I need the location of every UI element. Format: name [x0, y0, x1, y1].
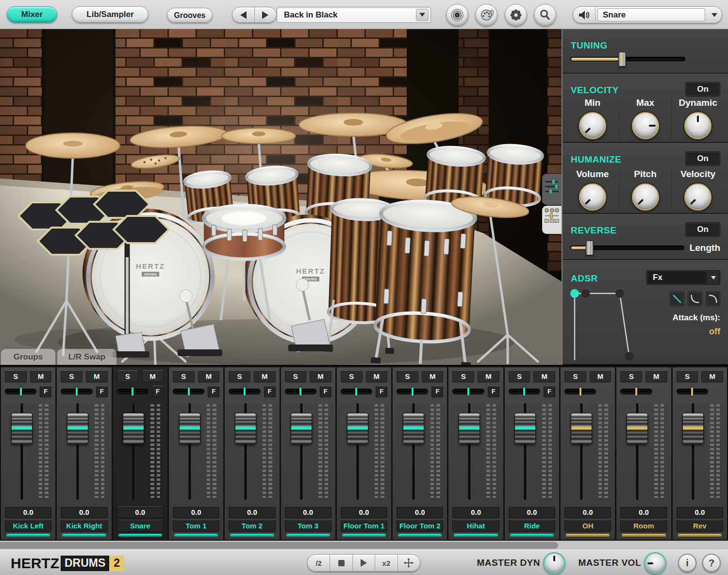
pan-slider[interactable]	[677, 389, 708, 394]
mixer-channel[interactable]: S M F 0.0 Ride	[505, 367, 559, 540]
mute-button[interactable]: M	[533, 370, 555, 382]
master-vol-knob[interactable]	[645, 553, 666, 574]
adsr-dropdown-arrow[interactable]	[707, 270, 720, 285]
reverse-length-slider[interactable]	[570, 246, 684, 250]
pan-slider[interactable]	[397, 389, 428, 394]
curve-linear-button[interactable]	[670, 292, 684, 306]
envelope-point[interactable]	[615, 289, 624, 298]
solo-button[interactable]: S	[341, 370, 363, 382]
pan-slider[interactable]	[61, 389, 92, 394]
preset-dropdown-arrow[interactable]	[416, 9, 429, 21]
envelope-point[interactable]	[581, 289, 590, 298]
pan-slider[interactable]	[452, 389, 484, 394]
solo-button[interactable]: S	[117, 370, 139, 382]
mixer-channel[interactable]: S M F 0.0 Snare	[113, 367, 167, 540]
mute-button[interactable]: M	[701, 370, 723, 382]
pan-slider[interactable]	[285, 389, 316, 394]
fader-handle[interactable]	[347, 413, 368, 444]
fader-handle[interactable]	[571, 413, 592, 444]
mute-button[interactable]: M	[254, 370, 276, 382]
mute-button[interactable]: M	[422, 370, 444, 382]
solo-button[interactable]: S	[452, 370, 474, 382]
solo-button[interactable]: S	[397, 370, 418, 382]
mute-button[interactable]: M	[142, 370, 164, 382]
solo-button[interactable]: S	[5, 370, 27, 382]
reverse-slider-handle[interactable]	[586, 241, 594, 255]
pan-slider[interactable]	[5, 389, 36, 394]
pan-slider[interactable]	[564, 389, 596, 394]
pan-slider[interactable]	[341, 389, 372, 394]
channel-value[interactable]: 0.0	[285, 506, 331, 518]
solo-button[interactable]: S	[620, 370, 642, 382]
fx-button[interactable]: F	[208, 386, 219, 397]
solo-button[interactable]: S	[229, 370, 250, 382]
humanize-on-button[interactable]: On	[685, 151, 720, 166]
velocity-dynamic-knob[interactable]	[684, 112, 711, 139]
channel-value[interactable]: 0.0	[620, 506, 667, 518]
mute-button[interactable]: M	[645, 370, 667, 382]
mute-button[interactable]: M	[198, 370, 220, 382]
transport-move-button[interactable]	[397, 555, 420, 571]
velocity-max-knob[interactable]	[632, 112, 659, 139]
mute-button[interactable]: M	[366, 370, 388, 382]
fx-button[interactable]: F	[96, 386, 108, 397]
channel-name[interactable]: Tom 3	[285, 520, 331, 532]
preset-prev-button[interactable]	[232, 7, 254, 22]
fader-handle[interactable]	[459, 413, 480, 444]
search-button[interactable]	[534, 4, 556, 26]
fx-button[interactable]: F	[431, 386, 443, 397]
fader-handle[interactable]	[235, 413, 256, 444]
fx-button[interactable]: F	[376, 386, 387, 397]
mixer-channel[interactable]: S M F 0.0 Tom 3	[281, 367, 335, 540]
channel-value[interactable]: 0.0	[117, 506, 164, 518]
transport-play-button[interactable]	[352, 555, 375, 571]
drum-kit-scene[interactable]: HERTZ DRUMS HERTZ DRUMS	[0, 29, 562, 365]
reverse-on-button[interactable]: On	[685, 222, 720, 237]
adsr-envelope-editor[interactable]	[567, 286, 640, 362]
mute-button[interactable]: M	[86, 370, 108, 382]
adsr-mode-select[interactable]: Fx	[646, 270, 720, 285]
adsr-attack-value[interactable]: off	[709, 327, 720, 337]
channel-name[interactable]: Ride	[509, 520, 555, 532]
channel-value[interactable]: 0.0	[564, 506, 611, 518]
fx-button[interactable]: F	[544, 386, 555, 397]
fader-handle[interactable]	[67, 413, 88, 444]
tuning-slider[interactable]	[570, 57, 685, 62]
curve-log-button[interactable]	[706, 292, 720, 306]
fx-button[interactable]: F	[320, 386, 331, 397]
channel-value[interactable]: 0.0	[509, 506, 555, 518]
help-button[interactable]: ?	[702, 554, 721, 572]
mute-button[interactable]: M	[478, 370, 499, 382]
mixer-channel[interactable]: S M F 0.0 Rev	[673, 367, 727, 540]
fx-button[interactable]: F	[152, 386, 164, 397]
fx-button[interactable]: F	[40, 386, 51, 397]
channel-name[interactable]: Kick Right	[61, 520, 107, 532]
mini-settings-toggle[interactable]	[542, 206, 562, 234]
channel-name[interactable]: Hihat	[452, 520, 499, 532]
channel-value[interactable]: 0.0	[397, 506, 443, 518]
pan-slider[interactable]	[173, 389, 204, 394]
channel-name[interactable]: Tom 1	[173, 520, 219, 532]
channel-name[interactable]: Floor Tom 1	[341, 520, 387, 532]
output-channel-value-field[interactable]: Snare	[597, 8, 705, 21]
mixer-scrollbar[interactable]	[0, 541, 728, 550]
solo-button[interactable]: S	[564, 370, 586, 382]
output-channel-select[interactable]: Snare	[573, 6, 722, 23]
channel-value[interactable]: 0.0	[677, 506, 723, 518]
channel-value[interactable]: 0.0	[452, 506, 499, 518]
channel-name[interactable]: Kick Left	[5, 520, 51, 532]
solo-button[interactable]: S	[509, 370, 530, 382]
channel-value[interactable]: 0.0	[173, 506, 219, 518]
channel-name[interactable]: Floor Tom 2	[397, 520, 443, 532]
mixer-channel[interactable]: S M F 0.0 Tom 1	[169, 367, 223, 540]
fx-button[interactable]: F	[488, 386, 499, 397]
fader-handle[interactable]	[682, 413, 704, 444]
humanize-velocity-knob[interactable]	[684, 183, 711, 211]
midi-button[interactable]	[475, 4, 497, 26]
channel-name[interactable]: Rev	[677, 520, 723, 532]
pan-slider[interactable]	[509, 389, 540, 394]
mixer-channel[interactable]: S M F 0.0 Hihat	[448, 367, 503, 540]
mixer-tab-button[interactable]: Mixer	[7, 6, 57, 23]
humanize-pitch-knob[interactable]	[632, 183, 659, 211]
mixer-channel[interactable]: S M F 0.0 Room	[616, 367, 671, 540]
